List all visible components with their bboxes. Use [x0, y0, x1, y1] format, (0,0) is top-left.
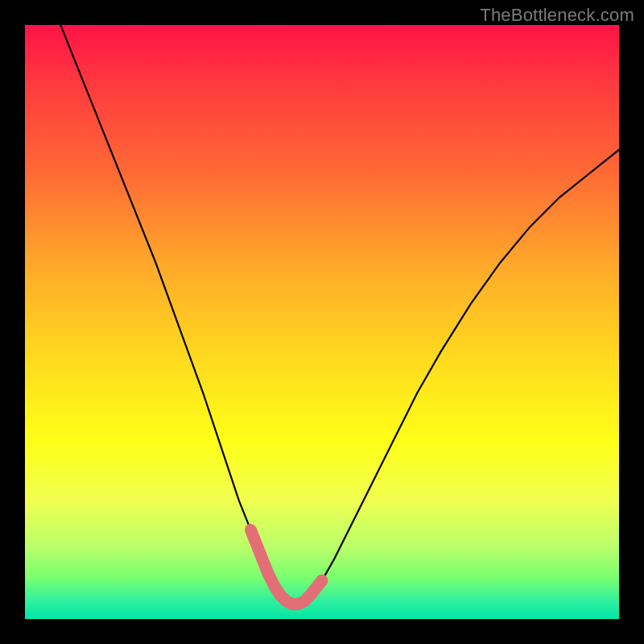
- chart-svg: [25, 25, 619, 619]
- watermark-text: TheBottleneck.com: [480, 5, 634, 26]
- valley-highlight: [250, 530, 322, 604]
- plot-area: [25, 25, 619, 619]
- bottleneck-curve: [60, 25, 619, 605]
- chart-canvas: TheBottleneck.com: [0, 0, 644, 644]
